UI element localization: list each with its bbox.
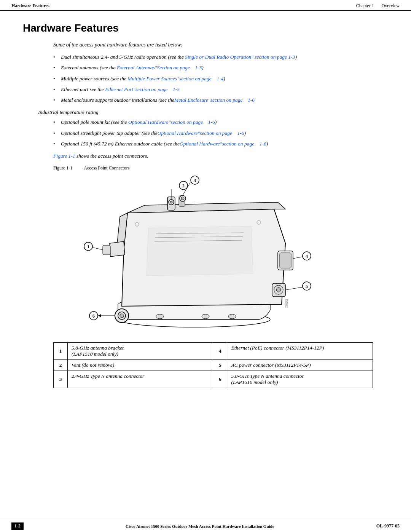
page-header: Hardware Features Chapter 1 Overview	[0, 0, 411, 11]
bullet-text-before: Metal enclosure supports outdoor install…	[61, 97, 174, 103]
bullet-text: Optional 150 ft (45.72 m) Ethernet outdo…	[61, 141, 180, 147]
bullet-text-before: External antennas (see the	[61, 65, 117, 70]
footer-doc-number: OL-9977-05	[376, 523, 400, 529]
svg-line-34	[293, 257, 303, 259]
page-title: Hardware Features	[23, 22, 388, 34]
svg-text:4: 4	[306, 254, 308, 259]
connector-num: 5	[213, 360, 227, 371]
svg-point-15	[276, 288, 281, 292]
connector-desc: 5.8-GHz Type N antenna connector(LAP1510…	[227, 371, 373, 388]
svg-point-17	[202, 314, 209, 319]
header-section-label: Hardware Features	[11, 3, 49, 9]
indent-text: Industrial temperature rating	[38, 109, 388, 115]
main-content: Hardware Features Some of the access poi…	[0, 11, 411, 407]
connector-num: 1	[54, 343, 68, 360]
connector-num: 6	[213, 371, 227, 388]
intro-text: Some of the access point hardware featur…	[53, 42, 388, 48]
svg-point-9	[170, 201, 172, 203]
table-row: 3 2.4-GHz Type N antenna connector 6 5.8…	[54, 371, 373, 388]
svg-rect-2	[280, 253, 291, 268]
svg-text:155892: 155892	[285, 299, 288, 308]
svg-point-16	[156, 314, 164, 319]
table-row: 1 5.8-GHz antenna bracket(LAP1510 model …	[54, 343, 373, 360]
page-footer: 1-2 Cisco Aironet 1500 Series Outdoor Me…	[0, 520, 411, 532]
svg-line-37	[286, 287, 303, 290]
connector-num: 2	[54, 360, 68, 371]
figure-1-1-link[interactable]: Figure 1-1	[53, 153, 75, 159]
header-overview: Overview	[382, 3, 400, 9]
bullet-list-2: Optional pole mount kit (see the Optiona…	[53, 118, 388, 148]
link-optional-hw-3[interactable]: Optional Hardware"section on page 1-6	[180, 141, 266, 147]
figure-caption: Access Point Connectors	[84, 165, 129, 171]
list-item: Multiple power sources (see the Multiple…	[53, 75, 388, 83]
figure-label-row: Figure 1-1 Access Point Connectors	[53, 165, 388, 171]
link-single-dual[interactable]: Single or Dual Radio Operation" section …	[185, 54, 295, 60]
link-power-sources[interactable]: Multiple Power Sources"section on page 1…	[127, 76, 223, 81]
connector-desc: 2.4-GHz Type N antenna connector	[68, 371, 213, 388]
svg-point-18	[228, 314, 236, 319]
diagram-area: 155892 1 2 3 4	[53, 175, 320, 335]
figure-section: Figure 1-1 Access Point Connectors	[53, 165, 388, 335]
connector-num: 3	[54, 371, 68, 388]
svg-rect-3	[103, 245, 110, 255]
list-item: Optional streetlight power tap adapter (…	[53, 129, 388, 137]
figure-ref-line: Figure 1-1 shows the access point connec…	[53, 153, 388, 159]
bullet-text-before: Multiple power sources (see the	[61, 76, 127, 81]
list-item: Ethernet port see the Ethernet Port"sect…	[53, 86, 388, 93]
figure-number: Figure 1-1	[53, 165, 72, 171]
connector-desc: 5.8-GHz antenna bracket(LAP1510 model on…	[68, 343, 213, 360]
link-external-antennas[interactable]: External Antennas"Section on page 1-3	[117, 65, 202, 70]
bullet-text-before: Dual simultaneous 2.4- and 5-GHz radio o…	[61, 54, 185, 60]
link-metal-enclosure[interactable]: Metal Enclosure"section on page 1-6	[174, 97, 255, 103]
connector-num: 4	[213, 343, 227, 360]
svg-text:5: 5	[306, 284, 308, 289]
svg-line-25	[91, 247, 103, 250]
bullet-list-1: Dual simultaneous 2.4- and 5-GHz radio o…	[53, 53, 388, 104]
svg-point-12	[120, 314, 124, 318]
footer-center-text: Cisco Aironet 1500 Series Outdoor Mesh A…	[24, 524, 376, 529]
list-item: Optional pole mount kit (see the Optiona…	[53, 118, 388, 126]
list-item: Dual simultaneous 2.4- and 5-GHz radio o…	[53, 53, 388, 61]
link-optional-hw-1[interactable]: Optional Hardware"section on page 1-6	[128, 119, 215, 125]
svg-text:3: 3	[194, 178, 196, 183]
bullet-text: Optional streetlight power tap adapter (…	[61, 130, 158, 136]
svg-text:2: 2	[182, 183, 185, 189]
link-optional-hw-2[interactable]: Optional Hardware"section on page 1-6	[158, 130, 244, 136]
page-number: 1-2	[11, 522, 24, 530]
link-ethernet-port[interactable]: Ethernet Port"section on page 1-5	[105, 86, 180, 92]
svg-point-7	[181, 197, 184, 200]
list-item: Metal enclosure supports outdoor install…	[53, 96, 388, 104]
connector-desc: Ethernet (PoE) connector (MS3112P14-12P)	[227, 343, 373, 360]
bullet-text: Optional pole mount kit (see the	[61, 119, 128, 125]
list-item: External antennas (see the External Ante…	[53, 64, 388, 72]
table-row: 2 Vent (do not remove) 5 AC power connec…	[54, 360, 373, 371]
figure-ref-text: shows the access point connectors.	[75, 153, 148, 159]
connector-table: 1 5.8-GHz antenna bracket(LAP1510 model …	[53, 342, 373, 388]
svg-text:1: 1	[87, 244, 89, 249]
connector-desc: AC power connector (MS3112P14-5P)	[227, 360, 373, 371]
bullet-text-before: Ethernet port see the	[61, 86, 105, 92]
header-chapter: Chapter 1	[356, 3, 374, 9]
list-item: Optional 150 ft (45.72 m) Ethernet outdo…	[53, 140, 388, 148]
footer-left: 1-2	[11, 522, 24, 530]
connector-desc: Vent (do not remove)	[68, 360, 213, 371]
access-point-diagram: 155892 1 2 3 4	[53, 175, 320, 335]
svg-text:6: 6	[92, 313, 95, 319]
